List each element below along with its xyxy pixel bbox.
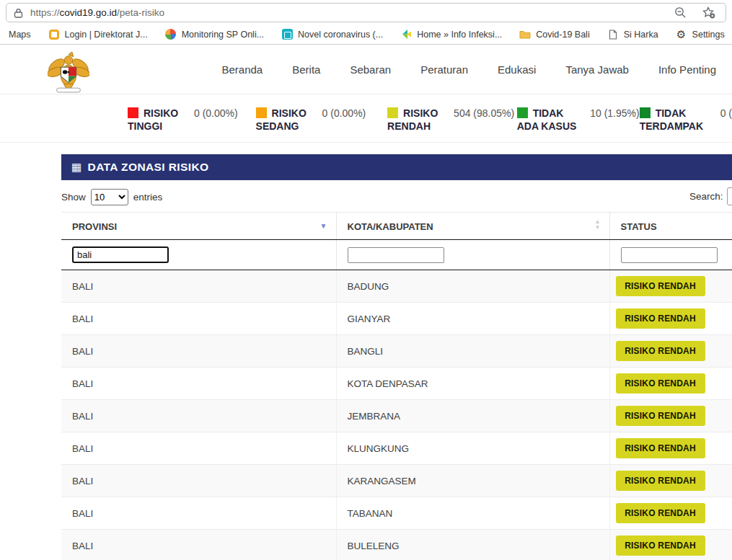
site-header: Beranda Berita Sebaran Peraturan Edukasi… — [0, 45, 732, 94]
cell-kota: JEMBRANA — [336, 400, 609, 432]
lock-icon[interactable] — [14, 8, 23, 18]
status-filter-input[interactable] — [621, 247, 718, 263]
nav-peraturan[interactable]: Peraturan — [420, 63, 468, 76]
cell-provinsi: BALI — [61, 530, 336, 560]
sort-desc-icon: ▼ — [320, 222, 327, 230]
nav-tanya-jawab[interactable]: Tanya Jawab — [565, 63, 629, 76]
cell-kota: TABANAN — [336, 497, 609, 530]
column-header-provinsi[interactable]: PROVINSI ▼ — [61, 213, 336, 240]
cell-kota: BADUNG — [336, 270, 609, 303]
cell-provinsi: BALI — [61, 270, 336, 303]
garuda-pancasila-logo-icon[interactable] — [48, 46, 89, 98]
bookmark-label: Home » Info Infeksi... — [417, 30, 502, 40]
table-header-row: PROVINSI ▼ KOTA/KABUPATEN ▲ ▼ STATUS — [61, 213, 732, 240]
cell-kota: GIANYAR — [336, 303, 609, 335]
site-nav: Beranda Berita Sebaran Peraturan Edukasi… — [222, 45, 717, 94]
cell-status: RISIKO RENDAH — [609, 432, 732, 465]
table-row: BALI KOTA DENPASAR RISIKO RENDAH — [61, 368, 732, 400]
cell-kota: KOTA DENPASAR — [336, 368, 609, 400]
table-row: BALI TABANAN RISIKO RENDAH — [61, 497, 732, 530]
nav-edukasi[interactable]: Edukasi — [498, 63, 536, 76]
column-header-status[interactable]: STATUS — [609, 213, 732, 240]
nav-sebaran[interactable]: Sebaran — [350, 63, 391, 76]
status-badge: RISIKO RENDAH — [616, 438, 705, 458]
status-badge: RISIKO RENDAH — [616, 471, 705, 491]
cell-provinsi: BALI — [61, 465, 336, 497]
browser-chrome: https://covid19.go.id/peta-risiko Maps L… — [0, 0, 732, 45]
bookmark-label: Novel coronavirus (... — [298, 30, 383, 40]
bookmark-login-direktorat[interactable]: Login | Direktorat J... — [40, 29, 156, 40]
zoom-out-icon[interactable] — [674, 6, 687, 19]
search-input[interactable] — [727, 187, 732, 205]
bookmark-novel-coronavirus[interactable]: Novel coronavirus (... — [273, 29, 392, 40]
search-label: Search: — [689, 191, 723, 202]
bookmark-monitoring-sp[interactable]: Monitoring SP Onli... — [156, 29, 273, 40]
cell-status: RISIKO RENDAH — [609, 400, 732, 432]
status-badge: RISIKO RENDAH — [616, 535, 705, 556]
status-badge: RISIKO RENDAH — [616, 503, 705, 523]
table-row: BALI GIANYAR RISIKO RENDAH — [61, 303, 732, 335]
panel-title: DATA ZONASI RISIKO — [88, 161, 209, 174]
status-badge: RISIKO RENDAH — [616, 406, 705, 426]
page-icon — [607, 29, 619, 40]
nav-beranda[interactable]: Beranda — [222, 63, 263, 76]
legend-risiko-rendah: RISIKO RENDAH 504 (98.05%) — [387, 107, 517, 133]
bookmark-si-harka[interactable]: Si Harka — [599, 29, 667, 40]
status-badge: RISIKO RENDAH — [616, 276, 705, 296]
legend-risiko-tinggi: RISIKO TINGGI 0 (0.00%) — [128, 107, 256, 133]
panel-title-bar: ▦ DATA ZONASI RISIKO — [61, 154, 732, 180]
cell-provinsi: BALI — [61, 303, 336, 335]
bookmark-covid19-bali-folder[interactable]: Covid-19 Bali — [511, 29, 598, 40]
bookmark-maps[interactable]: Maps — [7, 30, 40, 40]
table-grid-icon: ▦ — [71, 161, 82, 174]
legend-tidak-ada-kasus: TIDAK ADA KASUS 10 (1.95%) — [517, 107, 640, 133]
cell-status: RISIKO RENDAH — [609, 465, 732, 497]
nav-berita[interactable]: Berita — [292, 63, 320, 76]
legend-label: RISIKO TINGGI — [128, 107, 184, 133]
legend-value: 0 (0.00%) — [194, 107, 238, 120]
table-row: BALI BADUNG RISIKO RENDAH — [61, 270, 732, 303]
provinsi-filter-input[interactable] — [72, 246, 169, 263]
entries-select[interactable]: 10 — [91, 189, 128, 205]
bookmark-home-info-infeksi[interactable]: Home » Info Infeksi... — [392, 29, 511, 40]
cell-kota: BULELENG — [336, 530, 609, 560]
url-scheme: https:// — [30, 7, 60, 18]
legend-value: 0 ( — [720, 107, 732, 120]
table-controls: Show 10 entries Search: — [61, 189, 732, 208]
risk-legend: RISIKO TINGGI 0 (0.00%) RISIKO SEDANG 0 … — [0, 94, 732, 143]
add-favorite-star-icon[interactable] — [702, 6, 715, 19]
bookmark-label: Covid-19 Bali — [536, 30, 589, 40]
url-domain: covid19.go.id — [60, 7, 118, 18]
cell-kota: KARANGASEM — [336, 465, 609, 497]
column-header-kota-kabupaten[interactable]: KOTA/KABUPATEN ▲ ▼ — [336, 213, 609, 240]
status-badge: RISIKO RENDAH — [616, 373, 705, 394]
cell-provinsi: BALI — [61, 335, 336, 368]
green-swatch-icon — [517, 107, 528, 118]
table-row: BALI BULELENG RISIKO RENDAH — [61, 530, 732, 560]
address-bar[interactable]: https://covid19.go.id/peta-risiko — [6, 3, 726, 22]
show-label: Show — [61, 192, 86, 203]
sort-both-icon: ▲ ▼ — [595, 219, 601, 231]
cell-status: RISIKO RENDAH — [609, 335, 732, 368]
share-arrows-icon — [400, 29, 412, 40]
legend-risiko-sedang: RISIKO SEDANG 0 (0.00%) — [256, 107, 388, 133]
cell-provinsi: BALI — [61, 400, 336, 432]
bookmark-label: Monitoring SP Onli... — [182, 30, 264, 40]
cell-provinsi: BALI — [61, 432, 336, 465]
bookmark-label: Maps — [9, 30, 31, 40]
url-text[interactable]: https://covid19.go.id/peta-risiko — [30, 7, 674, 18]
cell-status: RISIKO RENDAH — [609, 368, 732, 400]
bookmark-settings[interactable]: ⚙ Settings — [667, 29, 732, 40]
kota-filter-input[interactable] — [348, 247, 444, 263]
table-row: BALI KLUNGKUNG RISIKO RENDAH — [61, 432, 732, 465]
entries-label: entries — [133, 192, 163, 203]
legend-label: TIDAK ADA KASUS — [517, 107, 581, 133]
table-row: BALI BANGLI RISIKO RENDAH — [61, 335, 732, 368]
legend-tidak-terdampak: TIDAK TERDAMPAK 0 ( — [640, 107, 732, 133]
table-row: BALI JEMBRANA RISIKO RENDAH — [61, 400, 732, 432]
legend-label: RISIKO SEDANG — [256, 107, 312, 133]
cell-kota: KLUNGKUNG — [336, 432, 609, 465]
yellow-swatch-icon — [387, 107, 398, 118]
table-row: BALI KARANGASEM RISIKO RENDAH — [61, 465, 732, 497]
nav-info-penting[interactable]: Info Penting — [658, 63, 716, 76]
